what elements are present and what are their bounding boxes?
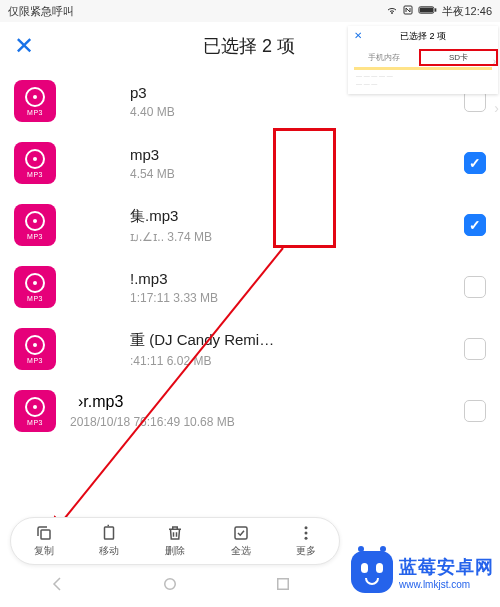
file-name: 集.mp3 [130,207,280,226]
action-label: 全选 [231,544,251,558]
nav-home-icon[interactable] [161,575,179,597]
status-bar: 仅限紧急呼叫 半夜12:46 [0,0,500,22]
svg-point-11 [305,537,308,540]
clock-text: 半夜12:46 [442,4,492,19]
bottom-action-bar: 复制 移动 删除 全选 更多 [10,517,340,565]
checkbox[interactable] [464,276,486,298]
chevron-right-icon[interactable]: › [494,100,499,116]
file-meta: ɪᴊ.∠ɪ.. 3.74 MB [130,230,464,244]
svg-point-10 [305,532,308,535]
mp3-icon: MP3 [14,142,56,184]
file-list: MP3 p3 4.40 MB MP3 mp3 4.54 MB MP3 集.mp3… [0,70,500,442]
watermark: 蓝莓安卓网 www.lmkjst.com [351,551,494,593]
brand-name: 蓝莓安卓网 [399,555,494,579]
mp3-icon: MP3 [14,390,56,432]
action-label: 删除 [165,544,185,558]
list-item[interactable]: MP3 mp3 4.54 MB [0,132,500,194]
file-name: ›r.mp3 [78,393,464,411]
nav-recents-icon[interactable] [274,575,292,597]
svg-point-0 [392,13,393,14]
nfc-icon [402,4,414,18]
file-meta: 1:17:11 3.33 MB [130,291,464,305]
more-button[interactable]: 更多 [296,524,316,558]
mp3-icon: MP3 [14,328,56,370]
svg-point-9 [305,526,308,529]
nav-back-icon[interactable] [48,575,66,597]
close-icon: ✕ [354,30,362,41]
action-label: 移动 [99,544,119,558]
checkbox[interactable] [464,400,486,422]
list-item[interactable]: MP3 重 (DJ Candy Remix).m… :41:11 6.02 MB [0,318,500,380]
list-item[interactable]: MP3 集.mp3 ɪᴊ.∠ɪ.. 3.74 MB [0,194,500,256]
svg-rect-6 [41,530,50,539]
svg-rect-8 [235,527,247,539]
svg-point-12 [165,579,176,590]
file-meta: :41:11 6.02 MB [130,354,464,368]
copy-button[interactable]: 复制 [34,524,54,558]
svg-rect-7 [105,527,114,539]
wifi-icon [386,4,398,18]
list-item[interactable]: MP3 !.mp3 1:17:11 3.33 MB [0,256,500,318]
chevron-right-icon: › [493,56,496,67]
file-name: p3 [130,84,280,101]
file-name: mp3 [130,146,280,163]
checkbox[interactable] [464,338,486,360]
list-item[interactable]: MP3 ›r.mp3 2018/10/18 76:16:49 10.68 MB [0,380,500,442]
mp3-icon: MP3 [14,266,56,308]
file-name: 重 (DJ Candy Remix).m… [130,331,280,350]
action-label: 更多 [296,544,316,558]
svg-rect-3 [420,8,433,13]
file-meta: 4.40 MB [130,105,464,119]
inset-thumbnail: ✕ 已选择 2 项 手机内存 SD卡 › — — — — —— — — [348,26,498,94]
battery-icon [418,4,438,18]
file-name: !.mp3 [130,270,280,287]
mp3-icon: MP3 [14,80,56,122]
action-label: 复制 [34,544,54,558]
inset-tab-sd: SD卡 [419,49,498,66]
brand-url: www.lmkjst.com [399,579,494,590]
inset-title: 已选择 2 项 [348,26,498,47]
checkbox[interactable] [464,214,486,236]
carrier-text: 仅限紧急呼叫 [8,4,74,19]
inset-tab-phone: 手机内存 [348,52,419,63]
checkbox[interactable] [464,152,486,174]
move-button[interactable]: 移动 [99,524,119,558]
svg-rect-4 [435,8,437,11]
file-meta: 2018/10/18 76:16:49 10.68 MB [70,415,464,429]
file-meta: 4.54 MB [130,167,464,181]
mp3-icon: MP3 [14,204,56,246]
delete-button[interactable]: 删除 [165,524,185,558]
android-nav-bar [0,570,340,602]
brand-logo-icon [351,551,393,593]
select-all-button[interactable]: 全选 [231,524,251,558]
svg-rect-13 [278,579,289,590]
